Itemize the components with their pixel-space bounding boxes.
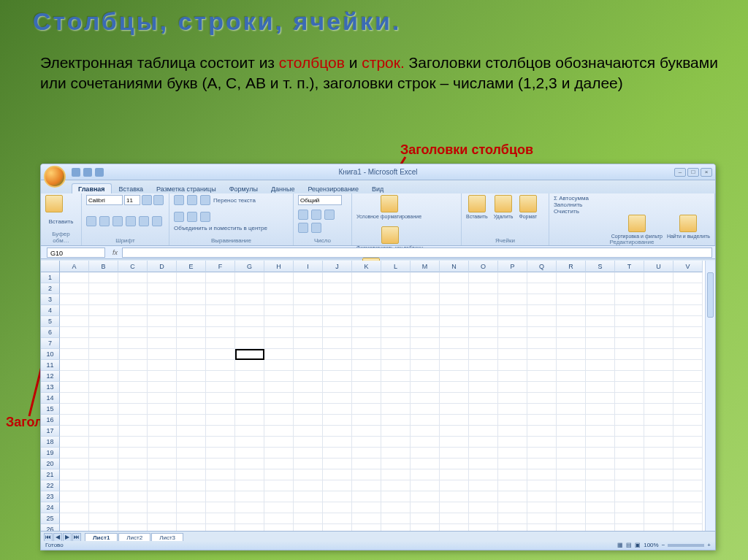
cell[interactable] bbox=[411, 316, 440, 327]
cell[interactable] bbox=[644, 371, 673, 382]
cell[interactable] bbox=[294, 338, 323, 349]
ribbon-tab-0[interactable]: Главная bbox=[72, 183, 112, 193]
cell[interactable] bbox=[323, 327, 352, 338]
cell[interactable] bbox=[381, 338, 411, 349]
ribbon-tab-2[interactable]: Разметка страницы bbox=[150, 184, 222, 193]
cell[interactable] bbox=[557, 426, 586, 437]
cell[interactable] bbox=[118, 349, 148, 360]
row-header[interactable]: 24 bbox=[41, 502, 60, 513]
cell[interactable] bbox=[673, 272, 703, 283]
cell[interactable] bbox=[673, 371, 703, 382]
cell[interactable] bbox=[294, 437, 323, 448]
cell[interactable] bbox=[644, 480, 673, 491]
quick-access-toolbar[interactable] bbox=[72, 168, 104, 177]
cell[interactable] bbox=[498, 415, 527, 426]
cell[interactable] bbox=[264, 459, 294, 469]
cell[interactable] bbox=[177, 480, 206, 491]
cell[interactable] bbox=[352, 316, 381, 327]
cell[interactable] bbox=[586, 305, 615, 316]
cell[interactable] bbox=[498, 480, 527, 491]
cell[interactable] bbox=[440, 327, 469, 338]
cell[interactable] bbox=[615, 349, 644, 360]
cell[interactable] bbox=[615, 305, 644, 316]
cell[interactable] bbox=[411, 327, 440, 338]
cell[interactable] bbox=[177, 382, 206, 393]
cell[interactable] bbox=[586, 327, 615, 338]
cell[interactable] bbox=[352, 360, 381, 371]
cell[interactable] bbox=[323, 459, 352, 469]
ribbon-tab-1[interactable]: Вставка bbox=[113, 184, 149, 193]
cell[interactable] bbox=[527, 459, 557, 469]
cell[interactable] bbox=[323, 502, 352, 513]
cell[interactable] bbox=[235, 415, 264, 426]
cell[interactable] bbox=[352, 294, 381, 305]
column-header[interactable]: Q bbox=[527, 261, 557, 272]
column-header[interactable]: T bbox=[615, 261, 644, 272]
insert-cells-icon[interactable] bbox=[468, 195, 486, 212]
comma-icon[interactable] bbox=[324, 210, 335, 220]
cell[interactable] bbox=[557, 382, 586, 393]
cell[interactable] bbox=[527, 338, 557, 349]
cell[interactable] bbox=[206, 371, 235, 382]
cell[interactable] bbox=[557, 415, 586, 426]
cell[interactable] bbox=[235, 426, 264, 437]
cell[interactable] bbox=[89, 294, 118, 305]
cell[interactable] bbox=[294, 371, 323, 382]
cell[interactable] bbox=[206, 338, 235, 349]
cell[interactable] bbox=[148, 327, 177, 338]
cell[interactable] bbox=[89, 272, 118, 283]
cell[interactable] bbox=[411, 371, 440, 382]
cell[interactable] bbox=[235, 338, 264, 349]
row-header[interactable]: 6 bbox=[41, 327, 60, 338]
cell[interactable] bbox=[644, 437, 673, 448]
cell[interactable] bbox=[469, 338, 498, 349]
cell[interactable] bbox=[352, 283, 381, 294]
office-button[interactable] bbox=[44, 166, 66, 188]
cell[interactable] bbox=[440, 393, 469, 404]
cell[interactable] bbox=[440, 316, 469, 327]
sheet-nav-last[interactable]: ⏭ bbox=[72, 533, 81, 542]
cell[interactable] bbox=[381, 491, 411, 502]
cell[interactable] bbox=[89, 426, 118, 437]
cell[interactable] bbox=[411, 459, 440, 469]
cell[interactable] bbox=[264, 437, 294, 448]
cell[interactable] bbox=[498, 513, 527, 524]
inc-decimal-icon[interactable] bbox=[298, 223, 308, 233]
cell[interactable] bbox=[264, 349, 294, 360]
cell[interactable] bbox=[206, 327, 235, 338]
cell[interactable] bbox=[527, 360, 557, 371]
row-header[interactable]: 25 bbox=[41, 513, 60, 524]
cell[interactable] bbox=[557, 327, 586, 338]
fx-icon[interactable]: fx bbox=[108, 249, 122, 256]
cell[interactable] bbox=[235, 459, 264, 469]
cell[interactable] bbox=[206, 272, 235, 283]
cell[interactable] bbox=[469, 480, 498, 491]
cell[interactable] bbox=[118, 491, 148, 502]
cell[interactable] bbox=[586, 437, 615, 448]
cell[interactable] bbox=[411, 294, 440, 305]
qat-redo-icon[interactable] bbox=[95, 168, 104, 177]
cell[interactable] bbox=[615, 338, 644, 349]
cell[interactable] bbox=[615, 316, 644, 327]
cell[interactable] bbox=[557, 349, 586, 360]
cell[interactable] bbox=[89, 316, 118, 327]
cell[interactable] bbox=[527, 327, 557, 338]
cell[interactable] bbox=[118, 360, 148, 371]
cell[interactable] bbox=[586, 393, 615, 404]
cell[interactable] bbox=[89, 338, 118, 349]
cell[interactable] bbox=[352, 404, 381, 415]
cell[interactable] bbox=[498, 338, 527, 349]
row-header[interactable]: 15 bbox=[41, 404, 60, 415]
sort-filter-icon[interactable] bbox=[628, 215, 646, 232]
qat-undo-icon[interactable] bbox=[83, 168, 92, 177]
cell[interactable] bbox=[148, 272, 177, 283]
cell[interactable] bbox=[673, 393, 703, 404]
cell[interactable] bbox=[89, 491, 118, 502]
cell[interactable] bbox=[148, 459, 177, 469]
cell[interactable] bbox=[644, 469, 673, 480]
cell[interactable] bbox=[206, 426, 235, 437]
cell[interactable] bbox=[177, 349, 206, 360]
row-header[interactable]: 5 bbox=[41, 316, 60, 327]
cell[interactable] bbox=[673, 382, 703, 393]
cell[interactable] bbox=[177, 448, 206, 459]
